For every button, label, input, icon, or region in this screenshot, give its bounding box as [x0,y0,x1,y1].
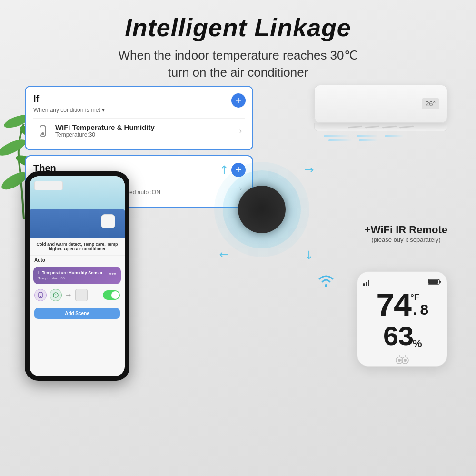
svg-rect-11 [366,282,367,286]
phone-ac-image [34,181,63,190]
svg-point-17 [398,359,401,362]
subtitle-line2: turn on the air conditioner [168,65,308,79]
ir-remote-label-sub: (please buy it separately) [365,236,447,243]
if-card: If When any condition is met ▾ + WiFi Te… [25,86,253,150]
vent-line-3 [382,126,397,129]
wind-line-2 [357,135,378,137]
svg-rect-12 [368,280,369,286]
vent-line-4 [399,126,414,129]
vent-line-1 [348,126,362,129]
sensor-signal-icon [363,278,373,288]
phone-purple-sub: Temperature:30 [38,276,116,280]
wind-effect-2 [328,139,452,141]
ac-unit-container: 26° [314,85,452,141]
phone-purple-title: If Temperature Humidity Sensor [38,270,116,275]
sensor-battery-icon [428,278,441,288]
sensor-top-bar [363,278,441,288]
svg-rect-15 [428,280,438,284]
ac-vent [314,123,447,131]
phone-sensor-image [101,214,115,228]
sensor-temp-decimal: .8 [411,303,429,318]
sensor-temperature-value: 74 [376,291,411,323]
sensor-body: 74 °F .8 63 % [357,271,447,367]
header: Intelligent Linkage When the indoor temp… [0,0,476,81]
svg-point-2 [0,137,28,159]
phone-body: Cold and warm detect, Temp care, Temp hi… [25,171,129,381]
phone-icon-row: ° → [30,286,125,304]
if-row-detail: Temperature:30 [55,131,239,138]
vent-line-2 [365,126,379,129]
ir-remote-label-main: +WiFi IR Remote [365,224,447,236]
wind-line-1 [324,135,350,137]
ac-display: 26° [422,98,439,109]
phone-temp-icon: ° [50,289,62,301]
arrow-bl: ↗ [216,247,232,263]
ac-unit-body: 26° [314,85,447,123]
page-background: Intelligent Linkage When the indoor temp… [0,0,476,476]
subtitle: When the indoor temperature reaches 30℃ … [0,47,476,81]
phone-mockup: Cold and warm detect, Temp care, Temp hi… [25,171,134,386]
ir-remote-body [238,186,286,233]
if-row-text: WiFi Temperature & Humidity Temperature:… [55,123,239,138]
thermometer-icon-container [36,124,50,138]
thermometer-icon [40,125,46,137]
if-row-chevron: › [239,127,242,135]
arrow-tr: ↗ [301,161,317,178]
phone-add-scene-button[interactable]: Add Scene [34,308,120,319]
sensor-device: 74 °F .8 63 % [357,271,447,367]
if-condition-label: When any condition is met ▾ [33,106,245,113]
condition-chevron[interactable]: ▾ [102,107,105,113]
svg-point-6 [40,296,41,298]
wind-effect [324,135,452,137]
if-add-button[interactable]: + [231,93,246,108]
sensor-humidity-unit: % [413,338,422,349]
sensor-temp-unit: °F [411,293,429,301]
phone-screen: Cold and warm detect, Temp care, Temp hi… [30,176,125,376]
sensor-temperature-display: 74 °F .8 [376,291,429,323]
sensor-temp-right: °F .8 [411,293,429,318]
ir-remote-area: ↗ ↗ ↗ ↗ [200,157,333,276]
phone-auto-label: Auto [30,256,125,265]
phone-purple-card: ••• If Temperature Humidity Sensor Tempe… [33,267,121,284]
phone-ac-icon [75,289,88,301]
svg-point-19 [404,359,407,362]
phone-flow-arrow: → [65,291,72,299]
wind-line-4 [328,139,352,141]
svg-rect-10 [363,283,365,286]
if-condition-row[interactable]: WiFi Temperature & Humidity Temperature:… [33,118,245,143]
phone-sensor-icon [34,289,47,301]
ac-vent-lines [348,126,414,128]
sensor-humidity-display: 63 % [382,324,422,352]
wifi-signal-icon [317,271,336,289]
phone-image-area [30,176,125,238]
main-title: Intelligent Linkage [0,13,476,42]
phone-description: Cold and warm detect, Temp care, Temp hi… [30,238,125,256]
ir-remote-label: +WiFi IR Remote (please buy it separatel… [365,224,447,243]
sensor-bottom-icon [395,354,410,366]
sensor-humidity-value: 63 [382,324,413,352]
if-card-label: If [33,93,245,104]
if-row-title: WiFi Temperature & Humidity [55,123,239,131]
wind-line-3 [385,135,404,137]
phone-toggle-switch[interactable] [103,290,120,300]
svg-point-9 [325,284,327,287]
svg-text:°: ° [55,294,57,297]
phone-dots-menu[interactable]: ••• [109,270,116,277]
arrow-br: ↗ [301,247,317,263]
svg-rect-14 [439,281,441,283]
wind-line-5 [359,139,378,141]
subtitle-line1: When the indoor temperature reaches 30℃ [118,48,357,62]
